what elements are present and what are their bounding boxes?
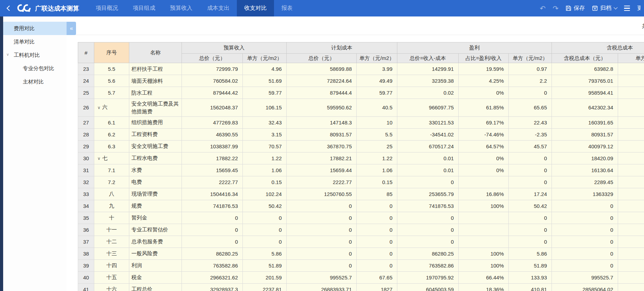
cell-value[interactable]: 1.06: [357, 164, 397, 176]
cell-value[interactable]: 642302.34: [552, 99, 618, 117]
cell-value[interactable]: 32.43: [243, 116, 287, 128]
cell-value[interactable]: 1562048.37: [182, 99, 243, 117]
cell-seq[interactable]: 十四: [94, 259, 129, 271]
cell-value[interactable]: 85: [357, 188, 397, 200]
cell-value[interactable]: 670517.24: [397, 140, 459, 152]
cell-value[interactable]: 133.93: [509, 271, 552, 283]
cell-name[interactable]: 组织措施费用: [129, 116, 182, 128]
cell-seq[interactable]: 十五: [94, 271, 129, 283]
cell-row-index[interactable]: 40: [78, 271, 94, 283]
cell-name[interactable]: 总承包服务费: [129, 236, 182, 248]
cell-value[interactable]: 16130.64: [552, 164, 618, 176]
cell-value[interactable]: 5.86: [509, 248, 552, 259]
cell-value[interactable]: 80931.57: [552, 128, 618, 140]
cell-value[interactable]: 0.97: [509, 63, 552, 75]
cell-row-index[interactable]: 31: [78, 164, 94, 176]
cell-name[interactable]: 暂列金: [129, 212, 182, 224]
cell-value[interactable]: 201.59: [243, 271, 287, 283]
cell-value[interactable]: 4.96: [243, 63, 287, 75]
cell-value[interactable]: [618, 63, 644, 75]
cell-value[interactable]: 0: [243, 212, 287, 224]
cell-value[interactable]: 0: [287, 236, 357, 248]
cell-value[interactable]: 595950.62: [287, 99, 357, 117]
cell-value[interactable]: 367870.75: [287, 140, 357, 152]
cell-name[interactable]: 栏杆扶手工程: [129, 63, 182, 75]
cell-value[interactable]: [459, 212, 509, 224]
cell-name[interactable]: 安全文明施工费: [129, 140, 182, 152]
cell-value[interactable]: 879444.4: [287, 87, 357, 99]
cell-name[interactable]: 防水工程: [129, 87, 182, 99]
cell-value[interactable]: 0: [509, 176, 552, 188]
cell-value[interactable]: 0.01: [397, 164, 459, 176]
cell-value[interactable]: 28585064.02: [552, 283, 618, 291]
cell-value[interactable]: 0: [287, 212, 357, 224]
sidebar-item-list-compare[interactable]: 清单对比: [3, 35, 67, 48]
cell-value[interactable]: 15659.44: [287, 164, 357, 176]
cell-row-index[interactable]: 32: [78, 176, 94, 188]
cell-value[interactable]: 0: [397, 236, 459, 248]
cell-value[interactable]: [618, 283, 644, 291]
cell-value[interactable]: 51.69: [243, 75, 287, 87]
nav-item-project-composition[interactable]: 项目组成: [125, 0, 163, 16]
cell-value[interactable]: 0: [182, 224, 243, 236]
cell-value[interactable]: 32359.38: [397, 75, 459, 87]
cell-value[interactable]: 0: [552, 236, 618, 248]
cell-name[interactable]: 墙面天棚涂料: [129, 75, 182, 87]
cell-value[interactable]: 400979.12: [552, 140, 618, 152]
cell-value[interactable]: 2237.81: [243, 283, 287, 291]
cell-row-index[interactable]: 34: [78, 200, 94, 212]
cell-name[interactable]: 一般风险费: [129, 248, 182, 259]
cell-value[interactable]: [618, 188, 644, 200]
cell-value[interactable]: 0: [552, 212, 618, 224]
cell-value[interactable]: 0: [182, 212, 243, 224]
cell-value[interactable]: 0.15: [357, 176, 397, 188]
cell-seq[interactable]: 7.2: [94, 176, 129, 188]
cell-seq[interactable]: 5.7: [94, 87, 129, 99]
sidebar-item-main-material-compare[interactable]: 主材对比: [3, 75, 67, 88]
cell-value[interactable]: 0: [357, 248, 397, 259]
cell-seq[interactable]: ∨六: [94, 99, 129, 117]
cell-value[interactable]: [618, 152, 644, 164]
cell-value[interactable]: 0.15: [243, 176, 287, 188]
cell-value[interactable]: 0: [357, 224, 397, 236]
cell-row-index[interactable]: 37: [78, 236, 94, 248]
cell-seq[interactable]: 十三: [94, 248, 129, 259]
cell-value[interactable]: 966097.75: [397, 99, 459, 117]
cell-row-index[interactable]: 39: [78, 259, 94, 271]
cell-value[interactable]: 59.77: [243, 87, 287, 99]
cell-value[interactable]: 763582.86: [397, 259, 459, 271]
cell-value[interactable]: 32928937.3: [182, 283, 243, 291]
cell-value[interactable]: 100%: [459, 248, 509, 259]
cell-value[interactable]: 65.65: [509, 99, 552, 117]
cell-seq[interactable]: 6.1: [94, 116, 129, 128]
cell-row-index[interactable]: 33: [78, 188, 94, 200]
cell-value[interactable]: 3.15: [243, 128, 287, 140]
cell-seq[interactable]: 5.5: [94, 63, 129, 75]
cell-value[interactable]: 45.57: [509, 140, 552, 152]
cell-value[interactable]: 2222.77: [182, 176, 243, 188]
cell-value[interactable]: 66.44%: [459, 271, 509, 283]
cell-value[interactable]: [459, 224, 509, 236]
cell-value[interactable]: 51.89: [243, 259, 287, 271]
cell-value[interactable]: 50.42: [243, 200, 287, 212]
cell-value[interactable]: 793765.01: [552, 75, 618, 87]
cell-value[interactable]: 58699.88: [287, 63, 357, 75]
cell-value[interactable]: 330121.53: [397, 116, 459, 128]
cell-value[interactable]: [459, 236, 509, 248]
cell-row-index[interactable]: 36: [78, 224, 94, 236]
nav-item-income-expense-compare[interactable]: 收支对比: [237, 0, 274, 16]
cell-value[interactable]: 763582.86: [182, 259, 243, 271]
cell-value[interactable]: 1250760.55: [287, 188, 357, 200]
cell-value[interactable]: 100%: [459, 200, 509, 212]
cell-value[interactable]: [618, 248, 644, 259]
menu-icon[interactable]: [624, 6, 630, 11]
cell-value[interactable]: -74.46%: [459, 128, 509, 140]
cell-value[interactable]: [618, 164, 644, 176]
cell-value[interactable]: 1970795.92: [397, 271, 459, 283]
cell-value[interactable]: 0: [357, 259, 397, 271]
cell-value[interactable]: 10: [357, 116, 397, 128]
cell-value[interactable]: [618, 212, 644, 224]
nav-item-project-overview[interactable]: 项目概况: [88, 0, 125, 16]
cell-value[interactable]: 0%: [459, 152, 509, 164]
cell-value[interactable]: 2.2: [509, 75, 552, 87]
